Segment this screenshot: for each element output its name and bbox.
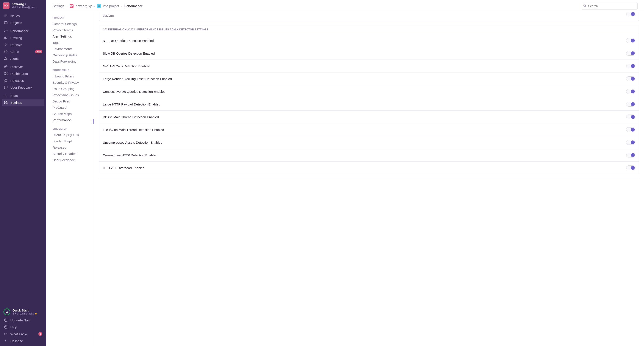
subnav-item[interactable]: Releases bbox=[46, 144, 94, 151]
setting-toggle[interactable] bbox=[626, 102, 635, 107]
sidebar-item-settings[interactable]: Settings bbox=[2, 99, 44, 106]
releases-icon bbox=[4, 79, 8, 82]
subnav-item[interactable]: Loader Script bbox=[46, 138, 94, 144]
sidebar-item-discover[interactable]: Discover bbox=[2, 63, 44, 70]
svg-rect-13 bbox=[5, 80, 7, 82]
svg-line-27 bbox=[585, 6, 586, 7]
detector-setting-row: N+1 DB Queries Detection Enabled bbox=[99, 34, 639, 47]
breadcrumb: Settings › NX new-org-xy › vite-project … bbox=[52, 4, 143, 8]
quick-start-subtitle: 4 Remaining tasks bbox=[12, 312, 34, 315]
sidebar-item-releases[interactable]: Releases bbox=[2, 77, 44, 84]
setting-label: Consecutive DB Queries Detection Enabled bbox=[103, 90, 622, 93]
subnav-heading: SDK SETUP bbox=[46, 128, 94, 130]
detector-setting-row: Large Render Blocking Asset Detection En… bbox=[99, 73, 639, 85]
breadcrumb-settings[interactable]: Settings bbox=[52, 4, 64, 8]
org-avatar: NX bbox=[3, 2, 10, 9]
sidebar-item-upgrade[interactable]: Upgrade Now bbox=[2, 317, 44, 323]
setting-toggle[interactable] bbox=[626, 115, 635, 119]
svg-rect-2 bbox=[6, 37, 6, 39]
sidebar-item-collapse[interactable]: Collapse bbox=[2, 337, 44, 344]
sidebar-item-alerts[interactable]: Alerts bbox=[2, 55, 44, 62]
subnav-item[interactable]: Project Teams bbox=[46, 27, 94, 33]
subnav-item[interactable]: Ownership Rules bbox=[46, 52, 94, 58]
subnav-item[interactable]: Inbound Filters bbox=[46, 73, 94, 79]
subnav-item[interactable]: Tags bbox=[46, 40, 94, 46]
sidebar-item-projects[interactable]: Projects bbox=[2, 19, 44, 26]
subnav-item[interactable]: Environments bbox=[46, 46, 94, 52]
subnav-item[interactable]: ProGuard bbox=[46, 104, 94, 111]
svg-point-22 bbox=[99, 6, 99, 6]
subnav-item[interactable]: Debug Files bbox=[46, 98, 94, 104]
detector-setting-row: N+1 API Calls Detection Enabled bbox=[99, 60, 639, 73]
sidebar-item-performance[interactable]: Performance bbox=[2, 28, 44, 34]
sidebar-item-crons[interactable]: Crons beta bbox=[2, 48, 44, 55]
setting-label: File I/O on Main Thread Detection Enable… bbox=[103, 128, 622, 132]
sidebar-item-label: Issues bbox=[10, 14, 20, 18]
sidebar-item-stats[interactable]: Stats bbox=[2, 92, 44, 99]
setting-toggle[interactable] bbox=[626, 89, 635, 94]
setting-toggle[interactable] bbox=[626, 140, 635, 145]
subnav-item[interactable]: User Feedback bbox=[46, 157, 94, 163]
setting-toggle[interactable] bbox=[626, 153, 635, 157]
sidebar-item-label: Collapse bbox=[10, 339, 23, 343]
subnav-item[interactable]: Security & Privacy bbox=[46, 79, 94, 86]
subnav-item[interactable]: Issue Grouping bbox=[46, 86, 94, 92]
subnav-item[interactable]: Client Keys (DSN) bbox=[46, 132, 94, 138]
detector-settings-panel: ### INTERNAL ONLY ### - PERFORMANCE ISSU… bbox=[99, 25, 639, 174]
svg-marker-8 bbox=[6, 66, 7, 67]
setting-label: Slow DB Queries Detection Enabled bbox=[103, 52, 622, 55]
collapse-icon bbox=[4, 339, 8, 343]
svg-rect-1 bbox=[4, 38, 5, 39]
sidebar-item-label: What's new bbox=[10, 332, 27, 336]
setting-toggle[interactable] bbox=[626, 64, 635, 68]
sidebar-item-label: Upgrade Now bbox=[10, 318, 30, 322]
subnav-item[interactable]: General Settings bbox=[46, 21, 94, 27]
subnav-item[interactable]: Security Headers bbox=[46, 151, 94, 157]
svg-rect-0 bbox=[4, 22, 7, 24]
setting-toggle[interactable] bbox=[626, 76, 635, 81]
quick-start-progress-icon: 4 bbox=[4, 308, 10, 315]
subnav-item[interactable]: Source Maps bbox=[46, 111, 94, 117]
svg-marker-4 bbox=[5, 43, 7, 46]
sidebar-item-help[interactable]: Help bbox=[2, 323, 44, 330]
prev-panel-toggle[interactable] bbox=[626, 12, 635, 17]
sidebar-item-label: Projects bbox=[10, 21, 22, 25]
subnav-heading: PROJECT bbox=[46, 17, 94, 19]
org-switcher[interactable]: NX new-org ▾ abdullah.khan@sen… bbox=[0, 0, 46, 10]
svg-rect-9 bbox=[4, 72, 6, 73]
setting-toggle[interactable] bbox=[626, 38, 635, 43]
sidebar-item-user-feedback[interactable]: User Feedback bbox=[2, 84, 44, 91]
primary-sidebar: NX new-org ▾ abdullah.khan@sen… Issues P… bbox=[0, 0, 46, 346]
prev-panel-tail: platform. bbox=[99, 12, 639, 21]
setting-toggle[interactable] bbox=[626, 51, 635, 56]
detector-setting-row: Large HTTP Payload Detection Enabled bbox=[99, 98, 639, 111]
breadcrumb-project[interactable]: vite-project bbox=[103, 4, 119, 8]
settings-content: platform. ### INTERNAL ONLY ### - PERFOR… bbox=[94, 12, 644, 346]
detector-panel-heading: ### INTERNAL ONLY ### - PERFORMANCE ISSU… bbox=[99, 25, 639, 34]
project-mini-avatar bbox=[97, 4, 101, 8]
search-input[interactable] bbox=[581, 3, 638, 10]
sidebar-item-replays[interactable]: Replays bbox=[2, 41, 44, 48]
sidebar-item-profiling[interactable]: Profiling bbox=[2, 34, 44, 41]
subnav-item[interactable]: Alert Settings bbox=[46, 33, 94, 40]
chevron-right-icon: › bbox=[121, 4, 122, 8]
beta-badge: beta bbox=[35, 50, 42, 53]
svg-point-21 bbox=[6, 334, 6, 334]
detector-setting-row: HTTP/1.1 Overhead Enabled bbox=[99, 162, 639, 174]
breadcrumb-current: Performance bbox=[124, 4, 143, 8]
dashboards-icon bbox=[4, 72, 8, 76]
subnav-item[interactable]: Processing Issues bbox=[46, 92, 94, 98]
sidebar-item-issues[interactable]: Issues bbox=[2, 12, 44, 19]
quick-start[interactable]: 4 Quick Start 4 Remaining tasks bbox=[2, 307, 44, 317]
subnav-item[interactable]: Data Forwarding bbox=[46, 58, 94, 65]
sidebar-item-label: Settings bbox=[10, 101, 22, 104]
subnav-item[interactable]: Performance bbox=[46, 117, 94, 123]
svg-rect-10 bbox=[6, 72, 7, 73]
breadcrumb-org[interactable]: new-org-xy bbox=[76, 4, 92, 8]
performance-icon bbox=[4, 29, 8, 33]
sidebar-item-dashboards[interactable]: Dashboards bbox=[2, 70, 44, 77]
setting-toggle[interactable] bbox=[626, 165, 635, 170]
setting-toggle[interactable] bbox=[626, 127, 635, 132]
sidebar-item-whats-new[interactable]: What's new 1 bbox=[2, 330, 44, 337]
sidebar-item-label: User Feedback bbox=[10, 86, 32, 89]
